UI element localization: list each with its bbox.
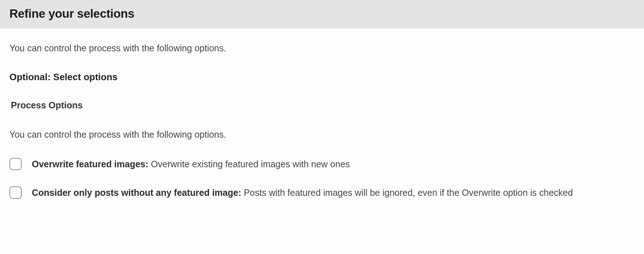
option-description: Posts with featured images will be ignor… [241, 188, 573, 198]
content-area: You can control the process with the fol… [0, 29, 644, 221]
intro-text: You can control the process with the fol… [9, 43, 635, 53]
checkbox-overwrite[interactable] [9, 158, 22, 170]
option-label: Overwrite featured images: [32, 159, 148, 169]
option-label: Consider only posts without any featured… [32, 188, 241, 198]
section-intro: You can control the process with the fol… [9, 129, 635, 140]
subheading: Optional: Select options [9, 72, 635, 83]
section-header: Refine your selections [0, 0, 644, 29]
option-overwrite-featured-images: Overwrite featured images: Overwrite exi… [9, 157, 635, 171]
option-text: Consider only posts without any featured… [32, 186, 573, 200]
option-text: Overwrite featured images: Overwrite exi… [32, 157, 350, 171]
checkbox-only-without-featured[interactable] [9, 186, 22, 199]
process-options-label: Process Options [11, 100, 635, 111]
option-description: Overwrite existing featured images with … [148, 159, 350, 169]
option-only-posts-without-featured: Consider only posts without any featured… [9, 186, 635, 200]
section-title: Refine your selections [9, 7, 635, 21]
